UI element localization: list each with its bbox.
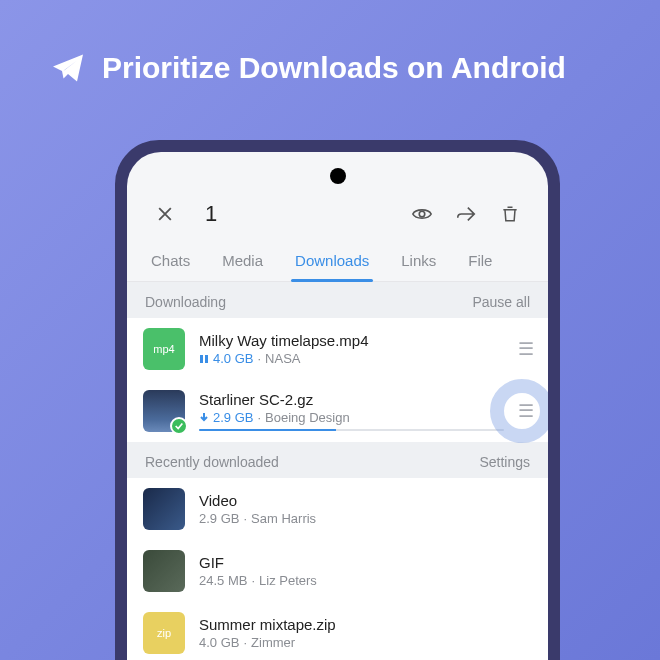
file-title: Milky Way timelapse.mp4 [199, 332, 504, 349]
telegram-logo-icon [50, 50, 86, 86]
file-thumbnail: zip [143, 612, 185, 654]
camera-notch [330, 168, 346, 184]
download-item-body: Starliner SC-2.gz 2.9 GB · Boeing Design [199, 391, 504, 431]
svg-rect-2 [205, 355, 208, 363]
list-item[interactable]: Video 2.9 GB · Sam Harris [127, 478, 548, 540]
recent-list: Video 2.9 GB · Sam Harris GIF 24.5 MB · … [127, 478, 548, 660]
list-item-body: GIF 24.5 MB · Liz Peters [199, 554, 532, 588]
promo-title: Prioritize Downloads on Android [102, 51, 566, 85]
section-header-downloading: Downloading Pause all [127, 282, 548, 318]
file-thumbnail: mp4 [143, 328, 185, 370]
download-item[interactable]: Starliner SC-2.gz 2.9 GB · Boeing Design… [127, 380, 548, 442]
section-title: Downloading [145, 294, 226, 310]
tabs-bar: Chats Media Downloads Links File [127, 242, 548, 282]
view-button[interactable] [404, 196, 440, 232]
close-icon [155, 204, 175, 224]
download-arrow-icon [199, 413, 209, 423]
file-thumbnail [143, 550, 185, 592]
file-title: GIF [199, 554, 532, 571]
tab-files[interactable]: File [452, 242, 508, 281]
downloading-list: mp4 Milky Way timelapse.mp4 4.0 GB · NAS… [127, 318, 548, 442]
list-item-body: Summer mixtape.zip 4.0 GB · Zimmer [199, 616, 532, 650]
file-thumbnail [143, 488, 185, 530]
eye-icon [411, 203, 433, 225]
drag-handle-icon[interactable]: ☰ [518, 338, 532, 360]
progress-bar [199, 429, 504, 431]
file-thumbnail [143, 390, 185, 432]
tab-media[interactable]: Media [206, 242, 279, 281]
close-button[interactable] [147, 196, 183, 232]
forward-button[interactable] [448, 196, 484, 232]
section-header-recent: Recently downloaded Settings [127, 442, 548, 478]
phone-frame: 1 Chats Media Downloads Links File Downl… [115, 140, 560, 660]
file-subtitle: 4.0 GB · NASA [199, 351, 504, 366]
promo-header: Prioritize Downloads on Android [0, 0, 660, 116]
trash-icon [500, 204, 520, 224]
list-item[interactable]: zip Summer mixtape.zip 4.0 GB · Zimmer [127, 602, 548, 660]
list-item[interactable]: GIF 24.5 MB · Liz Peters [127, 540, 548, 602]
phone-screen: 1 Chats Media Downloads Links File Downl… [127, 152, 548, 660]
file-subtitle: 2.9 GB · Boeing Design [199, 410, 504, 425]
settings-button[interactable]: Settings [479, 454, 530, 470]
file-subtitle: 24.5 MB · Liz Peters [199, 573, 532, 588]
delete-button[interactable] [492, 196, 528, 232]
file-subtitle: 2.9 GB · Sam Harris [199, 511, 532, 526]
drag-handle-icon[interactable]: ☰ [518, 400, 532, 422]
pause-icon [199, 354, 209, 364]
download-item-body: Milky Way timelapse.mp4 4.0 GB · NASA [199, 332, 504, 366]
svg-rect-1 [200, 355, 203, 363]
tab-chats[interactable]: Chats [135, 242, 206, 281]
selection-count: 1 [205, 201, 396, 227]
forward-icon [455, 203, 477, 225]
tab-downloads[interactable]: Downloads [279, 242, 385, 281]
pause-all-button[interactable]: Pause all [472, 294, 530, 310]
tab-links[interactable]: Links [385, 242, 452, 281]
svg-point-0 [419, 211, 425, 217]
download-item[interactable]: mp4 Milky Way timelapse.mp4 4.0 GB · NAS… [127, 318, 548, 380]
selection-toolbar: 1 [127, 152, 548, 242]
file-subtitle: 4.0 GB · Zimmer [199, 635, 532, 650]
file-title: Video [199, 492, 532, 509]
file-title: Summer mixtape.zip [199, 616, 532, 633]
list-item-body: Video 2.9 GB · Sam Harris [199, 492, 532, 526]
section-title: Recently downloaded [145, 454, 279, 470]
file-title: Starliner SC-2.gz [199, 391, 504, 408]
selected-check-icon [170, 417, 188, 435]
